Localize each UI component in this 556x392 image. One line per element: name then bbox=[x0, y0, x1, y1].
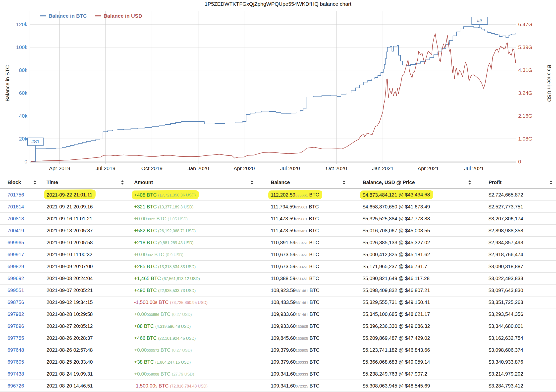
annotation-label: #3 bbox=[477, 18, 482, 23]
header-time[interactable]: Time bbox=[40, 177, 127, 188]
table-row: 6995512021-09-07 20:05:21+490 BTC (22,93… bbox=[0, 285, 556, 296]
y-left-tick-label: 120k bbox=[16, 21, 27, 27]
tx-time: 2021-09-09 20:07:00 bbox=[47, 264, 93, 269]
block-link[interactable]: 697755 bbox=[7, 335, 24, 341]
cell-balance-usd: $5,171,965,237 @ $46,731.7 bbox=[349, 264, 475, 269]
cell-time: 2021-09-10 11:00:32 bbox=[40, 252, 127, 257]
tx-balance: 109,933.60130905 BTC bbox=[271, 323, 320, 329]
block-link[interactable]: 697438 bbox=[7, 371, 24, 377]
cell-balance-usd: $5,345,100,685 @ $48,621.17 bbox=[349, 311, 475, 317]
cell-profit: $3,340,933,876 bbox=[475, 359, 556, 365]
sort-icon-balance-usd[interactable] bbox=[468, 180, 471, 185]
table-row: 6976052021-08-25 20:33:40+38 BTC (1,864,… bbox=[0, 356, 556, 368]
cell-balance-usd: $4,658,870,650 @ $41,673.49 bbox=[349, 204, 475, 210]
header-balance-usd[interactable]: Balance, USD @ Price bbox=[349, 177, 475, 188]
block-link[interactable]: 697605 bbox=[7, 359, 24, 365]
cell-time: 2021-08-20 14:46:51 bbox=[40, 383, 127, 389]
tx-amount: -1,500.005 BTC (72,818,784.48 USD) bbox=[134, 383, 208, 389]
cell-balance: 108,923.59631461 BTC bbox=[257, 288, 349, 293]
tx-amount: +1,465 BTC (67,561,813.12 USD) bbox=[134, 276, 200, 281]
block-link[interactable]: 701614 bbox=[7, 204, 24, 209]
cell-time: 2021-08-26 02:57:48 bbox=[40, 347, 127, 353]
cell-profit: $3,284,793,412 bbox=[475, 383, 556, 389]
cell-profit: $3,214,979,202 bbox=[475, 371, 556, 377]
legend-label-btc: Balance in BTC bbox=[49, 13, 87, 19]
tx-table-body: 7017562021-09-22 21:01:11+408 BTC (17,72… bbox=[0, 189, 556, 392]
tx-profit: $2,918,766,474 bbox=[489, 252, 523, 257]
cell-time: 2021-09-08 20:24:04 bbox=[40, 276, 127, 281]
btc-line-sample bbox=[40, 15, 46, 16]
tx-profit: $3,214,979,202 bbox=[489, 371, 523, 377]
sort-icon-block[interactable] bbox=[33, 180, 36, 185]
cell-balance-usd: $5,325,525,884 @ $47,773.88 bbox=[349, 216, 475, 222]
tx-amount: +0.00000572 BTC (0.27 USD) bbox=[134, 347, 192, 353]
cell-amount: +1,465 BTC (67,561,813.12 USD) bbox=[127, 276, 257, 281]
tx-balance-usd: $5,000,412,825 @ $45,181.62 bbox=[363, 252, 430, 257]
block-link[interactable]: 699965 bbox=[7, 240, 24, 245]
cell-profit: $3,293,544,356 bbox=[475, 311, 556, 317]
tx-time: 2021-09-16 11:01:21 bbox=[47, 216, 92, 221]
cell-profit: $2,527,773,751 bbox=[475, 204, 556, 210]
header-balance[interactable]: Balance bbox=[257, 177, 349, 188]
cell-balance: 109,379.60130333 BTC bbox=[257, 359, 349, 365]
sort-icon-balance[interactable] bbox=[342, 180, 345, 185]
sort-icon-profit[interactable] bbox=[550, 180, 553, 185]
legend-item-btc: Balance in BTC bbox=[40, 13, 87, 19]
y-left-tick-label: 40k bbox=[19, 113, 27, 119]
cell-time: 2021-08-24 19:09:31 bbox=[40, 371, 127, 377]
tx-time: 2021-08-28 10:29:58 bbox=[47, 311, 93, 317]
table-row: 6967262021-08-20 14:46:51-1,500.005 BTC … bbox=[0, 380, 556, 392]
block-link[interactable]: 700813 bbox=[7, 216, 24, 221]
table-row: 7017562021-09-22 21:01:11+408 BTC (17,72… bbox=[0, 189, 556, 201]
header-block[interactable]: Block bbox=[0, 177, 40, 188]
block-link[interactable]: 696726 bbox=[7, 383, 24, 389]
block-link[interactable]: 700419 bbox=[7, 228, 24, 233]
cell-amount: +0.00000572 BTC (0.27 USD) bbox=[127, 347, 257, 353]
cell-amount: +285 BTC (13,318,534.33 USD) bbox=[127, 264, 257, 269]
balance-chart: 1P5ZEDWTKTFGxQjZphgWPQUpe554WKDfHQ balan… bbox=[0, 0, 556, 177]
tx-balance: 108,923.59631461 BTC bbox=[271, 288, 320, 293]
y-left-tick-label: 100k bbox=[16, 44, 27, 50]
block-link[interactable]: 699551 bbox=[7, 288, 24, 293]
y-axis-title-left: Balance in BTC bbox=[4, 65, 10, 101]
tx-balance: 111,794.59635661 BTC bbox=[271, 204, 319, 209]
cell-balance: 109,933.60130905 BTC bbox=[257, 323, 349, 329]
block-link[interactable]: 699917 bbox=[7, 252, 24, 257]
cell-profit: $3,098,606,374 bbox=[475, 347, 556, 353]
block-link[interactable]: 697896 bbox=[7, 323, 24, 329]
sort-icon-amount[interactable] bbox=[250, 180, 253, 185]
table-row: 7016142021-09-21 20:09:16+321 BTC (13,37… bbox=[0, 201, 556, 213]
tx-balance-usd: $4,658,870,650 @ $41,673.49 bbox=[363, 204, 430, 209]
cell-profit: $2,898,988,358 bbox=[475, 228, 556, 234]
sort-icon-time[interactable] bbox=[121, 180, 124, 185]
x-tick-label: Oct 2019 bbox=[141, 165, 163, 171]
cell-balance-usd: $5,098,409,832 @ $46,807.21 bbox=[349, 288, 475, 293]
tx-time: 2021-09-13 20:05:37 bbox=[47, 228, 93, 233]
tx-amount: +408 BTC (17,721,350.36 USD) bbox=[132, 190, 199, 199]
tx-balance: 111,473.59633461 BTC bbox=[271, 228, 319, 233]
block-link[interactable]: 697982 bbox=[7, 311, 24, 317]
x-tick-label: Apr 2019 bbox=[49, 165, 70, 171]
header-amount[interactable]: Amount bbox=[127, 177, 257, 188]
tx-profit: $3,022,493,833 bbox=[489, 276, 523, 281]
block-link[interactable]: 701756 bbox=[7, 192, 24, 197]
cell-balance-usd: $5,000,412,825 @ $45,181.62 bbox=[349, 252, 475, 257]
block-link[interactable]: 699692 bbox=[7, 276, 24, 281]
cell-balance: 111,473.59635661 BTC bbox=[257, 216, 349, 222]
cell-balance: 109,845.60130905 BTC bbox=[257, 335, 349, 341]
header-profit[interactable]: Profit bbox=[475, 177, 556, 188]
x-tick-label: Apr 2021 bbox=[418, 165, 439, 171]
cell-amount: +582 BTC (26,192,068.71 USD) bbox=[127, 228, 257, 234]
block-link[interactable]: 699829 bbox=[7, 264, 24, 269]
tx-balance-usd: $5,308,063,945 @ $48,545.69 bbox=[363, 383, 430, 389]
table-row: 6996922021-09-08 20:24:04+1,465 BTC (67,… bbox=[0, 273, 556, 285]
cell-balance-usd: $5,366,068,683 @ $49,059.14 bbox=[349, 359, 475, 365]
table-row: 6987562021-09-02 19:34:15-1,500.005 BTC … bbox=[0, 296, 556, 308]
block-link[interactable]: 698756 bbox=[7, 299, 24, 305]
cell-profit: $2,918,766,474 bbox=[475, 252, 556, 257]
block-link[interactable]: 697648 bbox=[7, 347, 24, 353]
cell-block: 700813 bbox=[0, 216, 40, 222]
tx-balance-usd: $5,209,869,487 @ $47,429.02 bbox=[363, 335, 430, 341]
tx-balance: 109,845.60130905 BTC bbox=[271, 335, 320, 341]
cell-block: 697982 bbox=[0, 311, 40, 317]
